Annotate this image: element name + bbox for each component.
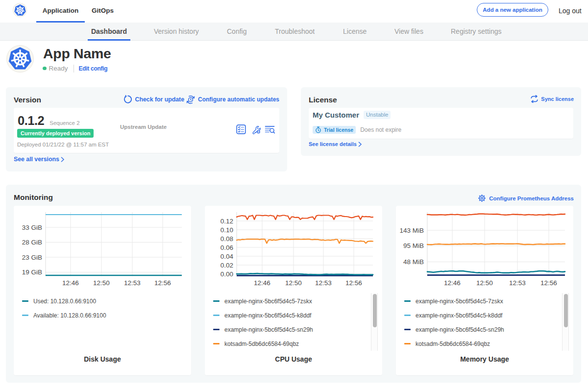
svg-text:12:56: 12:56 xyxy=(345,279,362,287)
svg-text:12:46: 12:46 xyxy=(444,279,461,287)
svg-text:0.10: 0.10 xyxy=(220,226,233,234)
svg-text:19 GiB: 19 GiB xyxy=(22,268,42,276)
svg-text:28 GiB: 28 GiB xyxy=(22,239,42,246)
svg-text:23 GiB: 23 GiB xyxy=(22,254,42,261)
svg-text:12:53: 12:53 xyxy=(315,279,332,287)
svg-text:143 MiB: 143 MiB xyxy=(399,227,424,234)
svg-text:0.02: 0.02 xyxy=(220,262,233,269)
svg-text:12:46: 12:46 xyxy=(254,279,270,287)
svg-text:0.04: 0.04 xyxy=(220,253,234,260)
svg-text:0.12: 0.12 xyxy=(220,218,233,225)
svg-text:12:50: 12:50 xyxy=(93,279,110,287)
svg-text:12:53: 12:53 xyxy=(124,279,141,287)
svg-text:0.06: 0.06 xyxy=(220,244,233,251)
svg-text:12:50: 12:50 xyxy=(476,279,493,287)
svg-text:95 MiB: 95 MiB xyxy=(403,242,424,249)
svg-text:12:56: 12:56 xyxy=(540,279,557,287)
svg-text:33 GiB: 33 GiB xyxy=(22,224,42,231)
svg-text:48 MiB: 48 MiB xyxy=(403,258,424,266)
svg-text:12:46: 12:46 xyxy=(62,279,79,287)
svg-text:12:53: 12:53 xyxy=(509,279,526,287)
svg-text:0.00: 0.00 xyxy=(220,270,233,278)
svg-text:0.08: 0.08 xyxy=(220,235,233,243)
svg-text:12:56: 12:56 xyxy=(154,279,171,287)
svg-text:12:50: 12:50 xyxy=(285,279,302,287)
